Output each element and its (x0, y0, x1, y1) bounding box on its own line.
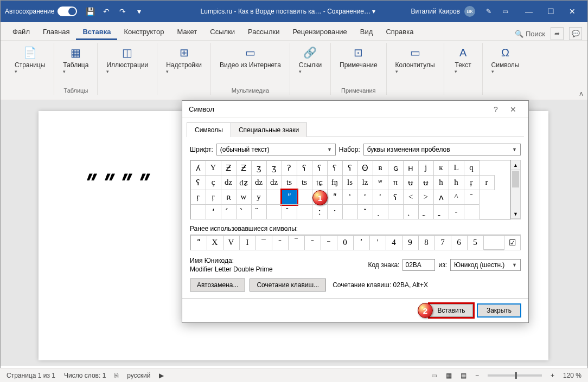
ribbon-item[interactable]: ▭Видео из Интернета (216, 43, 284, 71)
ribbon-item[interactable]: ⊞Надстройки▾ (163, 43, 205, 76)
symbol-cell[interactable]: к (433, 160, 449, 176)
shortcut-button[interactable]: Сочетание клавиш... (250, 279, 326, 292)
collapse-ribbon-icon[interactable]: ʌ (579, 90, 583, 98)
symbol-cell[interactable]: Y (206, 160, 221, 176)
tab-рецензирование[interactable]: Рецензирование (286, 23, 353, 40)
zoom-in-icon[interactable]: + (551, 372, 554, 379)
symbol-cell[interactable]: ts (297, 175, 312, 190)
ribbon-item[interactable]: AТекст▾ (450, 43, 477, 76)
symbol-cell[interactable]: ʒ (251, 160, 267, 176)
symbol-cell[interactable]: ʕ (312, 160, 328, 176)
symbol-cell[interactable] (297, 190, 312, 205)
draw-icon[interactable]: ✎ (486, 8, 491, 15)
status-lang[interactable]: русский (127, 372, 150, 379)
close-button[interactable]: ✕ (561, 1, 583, 22)
zoom-slider[interactable] (488, 374, 542, 377)
status-page[interactable]: Страница 1 из 1 (7, 372, 55, 379)
tab-конструктор[interactable]: Конструктор (117, 23, 170, 40)
autocorrect-button[interactable]: Автозамена... (190, 279, 245, 292)
recent-symbol-cell[interactable]: 9 (402, 235, 419, 250)
symbol-cell[interactable]: dz (251, 175, 267, 190)
ribbon-item[interactable]: ΩСимволы▾ (488, 43, 523, 76)
symbol-cell[interactable]: ʘ (357, 160, 373, 176)
symbol-cell[interactable]: ʜ (403, 160, 419, 176)
symbol-cell[interactable]: ʕ (388, 190, 404, 205)
ribbon-item[interactable]: 🔗Ссылки▾ (296, 43, 325, 76)
symbol-cell[interactable]: dʑ (236, 175, 252, 190)
symbol-cell[interactable]: ʕ (342, 160, 358, 176)
ribbon-item[interactable]: 📄Страницы▾ (11, 43, 48, 76)
macro-icon[interactable]: ▶ (159, 372, 164, 379)
autosave-toggle[interactable] (57, 7, 77, 16)
read-mode-icon[interactable]: ▭ (431, 372, 437, 379)
zoom-level[interactable]: 120 % (563, 372, 581, 379)
recent-symbol-cell[interactable]: V (223, 235, 240, 250)
symbol-cell[interactable]: ɢ (388, 160, 404, 176)
recent-symbol-cell[interactable]: X (207, 235, 223, 250)
symbol-cell[interactable]: ʒ (266, 160, 282, 176)
recent-symbol-cell[interactable]: 0 (337, 235, 354, 250)
symbol-cell[interactable]: w (236, 190, 252, 205)
tab-вид[interactable]: Вид (354, 23, 380, 40)
recent-symbol-cell[interactable]: ‾ (288, 235, 305, 250)
close-dialog-button[interactable]: Закрыть (477, 304, 521, 317)
ribbon-display-icon[interactable]: ▭ (502, 8, 508, 15)
ribbon-item[interactable]: ⊡Примечание (336, 43, 380, 71)
redo-icon[interactable]: ↷ (118, 7, 127, 16)
web-layout-icon[interactable]: ▤ (461, 372, 466, 379)
symbol-cell[interactable]: ̰ (418, 204, 434, 219)
user-area[interactable]: Виталий Каиров ВК (411, 6, 475, 17)
maximize-button[interactable]: ☐ (540, 1, 561, 22)
recent-symbol-cell[interactable]: ' (369, 235, 386, 250)
symbol-cell[interactable]: - (449, 204, 464, 219)
undo-icon[interactable]: ↶ (102, 7, 111, 16)
symbol-cell[interactable]: ^ (449, 190, 464, 205)
from-select[interactable]: Юникод (шестн.)▼ (450, 259, 521, 271)
symbol-cell[interactable]: ʉ (418, 175, 434, 190)
symbol-cell[interactable]: ʕ (297, 160, 312, 176)
symbol-cell[interactable]: dz (266, 175, 282, 190)
comments-button[interactable]: 💬 (569, 27, 582, 40)
symbol-cell[interactable]: ́ (221, 204, 237, 219)
symbol-cell[interactable]: ʕ (190, 175, 206, 190)
symbol-cell[interactable]: ̑ (282, 204, 297, 219)
symbol-cell[interactable]: lz (357, 175, 373, 190)
scroll-up-icon[interactable]: ▲ (511, 160, 520, 170)
print-layout-icon[interactable]: ▦ (446, 372, 452, 379)
recent-symbol-cell[interactable]: ˉ (304, 235, 321, 250)
symbol-cell[interactable]: fŋ (327, 175, 343, 190)
save-icon[interactable]: 💾 (86, 7, 94, 16)
symbol-cell[interactable]: ˘ (357, 204, 373, 219)
symbol-cell[interactable]: ̣ (373, 204, 388, 219)
symbol-cell[interactable]: ʺ (327, 190, 343, 205)
symbol-cell[interactable]: r (479, 175, 495, 190)
symbol-cell[interactable]: ̱ (433, 204, 449, 219)
recent-symbol-cell[interactable]: ˉ (272, 235, 289, 250)
symbol-cell[interactable]: ts (282, 175, 297, 190)
symbol-cell[interactable]: ˇ (464, 190, 480, 205)
font-select[interactable]: (обычный текст)▼ (216, 144, 336, 156)
symbol-cell[interactable] (190, 204, 206, 219)
ribbon-item[interactable]: ▭Колонтитулы▾ (392, 43, 438, 76)
recent-symbol-cell[interactable]: 7 (434, 235, 451, 250)
tab-ссылки[interactable]: Ссылки (203, 23, 241, 40)
dialog-help-button[interactable]: ? (487, 105, 504, 114)
recent-symbol-cell[interactable]: ⁻ (321, 235, 337, 250)
symbol-cell[interactable]: > (418, 190, 434, 205)
symbol-cell[interactable] (266, 190, 282, 205)
symbol-cell[interactable]: ʺ (282, 190, 297, 205)
symbol-cell[interactable]: ŗ (206, 190, 221, 205)
code-input[interactable]: 02BA (402, 259, 435, 271)
symbol-cell[interactable]: tɕ (312, 175, 328, 190)
qat-dropdown-icon[interactable]: ▾ (135, 7, 143, 16)
symbol-cell[interactable]: ŗ (464, 175, 480, 190)
recent-check[interactable]: ☑ (504, 235, 521, 250)
recent-symbol-cell[interactable]: 5 (467, 235, 484, 250)
symbol-cell[interactable] (266, 204, 282, 219)
grid-scrollbar[interactable]: ▲ ▼ (511, 160, 521, 219)
symbol-cell[interactable]: ̀ (236, 204, 252, 219)
dialog-close-button[interactable]: ✕ (504, 105, 522, 114)
symbol-cell[interactable]: ŗ (190, 190, 206, 205)
symbol-cell[interactable]: dz (221, 175, 237, 190)
symbol-cell[interactable]: ʷ (373, 175, 388, 190)
